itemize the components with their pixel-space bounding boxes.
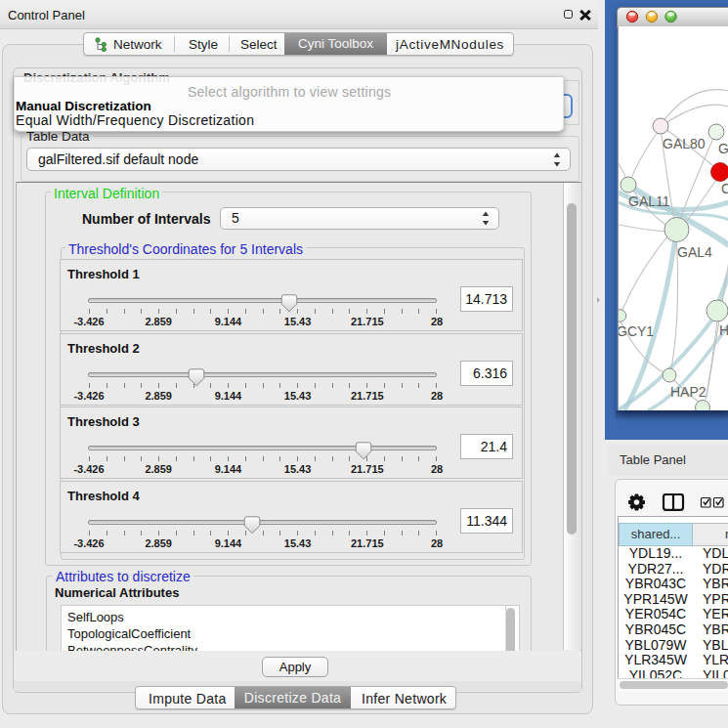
svg-text:GAL11: GAL11 bbox=[628, 193, 670, 209]
svg-text:GAL80: GAL80 bbox=[663, 136, 706, 151]
svg-text:GA: GA bbox=[718, 141, 728, 156]
svg-text:HAP2: HAP2 bbox=[670, 384, 707, 400]
svg-text:GAL4: GAL4 bbox=[677, 244, 712, 260]
svg-text:C: C bbox=[721, 181, 728, 196]
svg-text:GCY1: GCY1 bbox=[619, 323, 654, 339]
svg-text:H: H bbox=[719, 322, 728, 338]
